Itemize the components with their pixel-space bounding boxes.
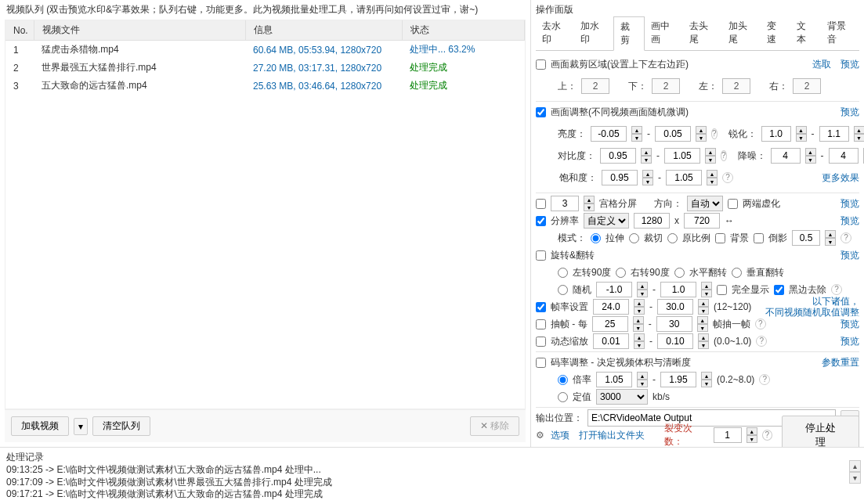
grid-checkbox[interactable] [536, 199, 546, 209]
stop-processing-button[interactable]: 停止处理 [782, 416, 859, 447]
adjust-checkbox[interactable] [536, 107, 546, 117]
preview-link-rotate[interactable]: 预览 [841, 249, 859, 262]
load-video-button[interactable]: 加载视频 [11, 416, 69, 436]
video-queue-table[interactable]: No. 视频文件 信息 状态 1猛虎击杀猎物.mp460.64 MB, 05:5… [5, 20, 525, 95]
fps-checkbox[interactable] [536, 302, 546, 312]
table-row[interactable]: 3五大致命的远古猛兽.mp425.63 MB, 03:46.64, 1280x7… [5, 77, 525, 95]
col-info[interactable]: 信息 [245, 20, 402, 41]
rand-max[interactable] [660, 282, 696, 297]
dyn-max[interactable] [657, 333, 693, 349]
crop-right-input[interactable] [793, 78, 821, 94]
scroll-up-icon[interactable]: ▴ [849, 460, 861, 472]
crop-bottom-input[interactable] [652, 78, 680, 94]
sharpen-min[interactable] [761, 126, 791, 142]
tab-2[interactable]: 裁剪 [613, 16, 645, 51]
clear-queue-button[interactable]: 清空队列 [92, 416, 150, 436]
scroll-down-icon[interactable]: ▾ [849, 472, 861, 484]
bitrate-fixed[interactable] [558, 392, 568, 402]
gear-icon[interactable]: ⚙ [536, 430, 544, 441]
denoise-min[interactable] [771, 148, 801, 164]
bitrate-checkbox[interactable] [536, 358, 546, 368]
reset-params-link[interactable]: 参数重置 [822, 356, 859, 369]
rand-min[interactable] [596, 282, 632, 297]
more-effects-link[interactable]: 更多效果 [822, 171, 859, 185]
extract-min[interactable] [592, 316, 628, 332]
remove-button[interactable]: ✕ 移除 [470, 416, 519, 436]
mirror-checkbox[interactable] [754, 233, 764, 243]
col-file[interactable]: 视频文件 [34, 20, 245, 41]
rotate-checkbox[interactable] [536, 250, 546, 261]
extract-max[interactable] [656, 316, 692, 332]
col-status[interactable]: 状态 [402, 20, 525, 41]
crop-left-input[interactable] [722, 78, 750, 94]
help-icon[interactable]: ? [722, 172, 733, 183]
help-icon[interactable]: ? [762, 430, 772, 441]
fission-count[interactable] [714, 427, 742, 443]
saturation-max[interactable] [666, 170, 702, 185]
denoise-max[interactable] [829, 148, 859, 164]
saturation-min[interactable] [602, 170, 638, 185]
open-output-link[interactable]: 打开输出文件夹 [579, 429, 645, 442]
table-row[interactable]: 2世界最强五大猛兽排行.mp427.20 MB, 03:17.31, 1280x… [5, 59, 525, 77]
extract-checkbox[interactable] [536, 319, 546, 329]
direction-select[interactable]: 自动 [687, 196, 723, 211]
preview-link-res[interactable]: 预览 [841, 214, 859, 228]
mode-orig[interactable] [667, 233, 678, 243]
help-icon[interactable]: ? [756, 336, 767, 347]
two-end-checkbox[interactable] [728, 199, 738, 209]
res-checkbox[interactable] [536, 216, 546, 226]
tab-7[interactable]: 文本 [790, 16, 820, 50]
preview-link-grid[interactable]: 预览 [841, 197, 859, 211]
flip-v[interactable] [732, 268, 742, 278]
contrast-max[interactable] [664, 148, 700, 164]
crop-area-checkbox[interactable] [536, 59, 546, 70]
res-height[interactable] [684, 213, 720, 229]
swap-icon[interactable]: ↔ [725, 215, 734, 226]
sharpen-max[interactable] [819, 126, 849, 142]
contrast-min[interactable] [600, 148, 636, 164]
brightness-min[interactable] [591, 126, 627, 142]
tab-8[interactable]: 背景音 [821, 16, 859, 50]
black-remove-checkbox[interactable] [774, 285, 784, 295]
full-show-checkbox[interactable] [717, 285, 727, 295]
res-width[interactable] [634, 213, 670, 229]
help-icon[interactable]: ? [759, 374, 770, 385]
grid-n[interactable] [551, 196, 579, 211]
mul-min[interactable] [596, 372, 632, 387]
load-video-dropdown[interactable]: ▾ [74, 418, 88, 435]
bitrate-multiplier[interactable] [558, 375, 568, 385]
mode-stretch[interactable] [591, 233, 601, 243]
tab-5[interactable]: 加头尾 [722, 16, 761, 50]
help-icon[interactable]: ? [841, 232, 851, 243]
flip-h[interactable] [674, 268, 685, 278]
fps-min[interactable] [593, 299, 629, 315]
fixed-bitrate-select[interactable]: 3000 [596, 389, 648, 405]
tab-0[interactable]: 去水印 [536, 16, 574, 50]
help-icon[interactable]: ? [711, 128, 718, 139]
mirror-val[interactable] [792, 230, 820, 246]
help-icon[interactable]: ? [831, 284, 842, 295]
tab-6[interactable]: 变速 [761, 16, 790, 50]
mode-crop[interactable] [629, 233, 639, 243]
help-icon[interactable]: ? [755, 319, 766, 329]
table-row[interactable]: 1猛虎击杀猎物.mp460.64 MB, 05:53.94, 1280x720处… [5, 41, 525, 59]
rot-right[interactable] [616, 268, 626, 278]
preview-link-adjust[interactable]: 预览 [841, 106, 859, 119]
tab-1[interactable]: 加水印 [574, 16, 613, 50]
preview-link-extract[interactable]: 预览 [841, 318, 859, 331]
rot-random[interactable] [558, 285, 568, 295]
mul-max[interactable] [660, 372, 696, 387]
crop-top-input[interactable] [581, 78, 609, 94]
dynamic-checkbox[interactable] [536, 337, 546, 347]
fps-max[interactable] [657, 299, 693, 315]
bg-checkbox[interactable] [715, 233, 725, 243]
preview-link-dynamic[interactable]: 预览 [841, 335, 859, 348]
rot-left[interactable] [558, 268, 568, 278]
brightness-max[interactable] [655, 126, 691, 142]
preview-link-crop[interactable]: 预览 [841, 58, 859, 71]
help-icon[interactable]: ? [721, 150, 727, 161]
tab-3[interactable]: 画中画 [645, 16, 683, 50]
dyn-min[interactable] [593, 333, 629, 349]
tab-4[interactable]: 去头尾 [683, 16, 721, 50]
options-link[interactable]: 选项 [551, 429, 569, 442]
